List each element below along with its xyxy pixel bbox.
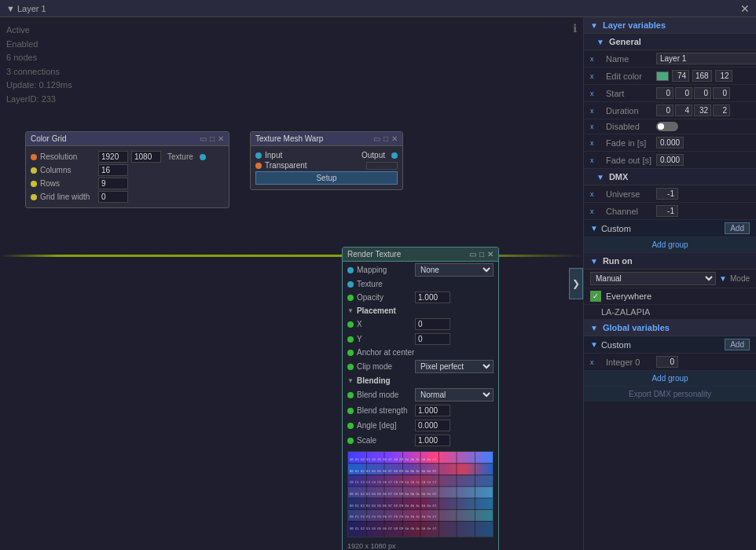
label-blending: Blending xyxy=(357,376,391,385)
render-min[interactable]: ▭ xyxy=(469,250,476,258)
svg-text:E0 E1 E2 E3 E4 E5 E6 E7 E8 E9 : E0 E1 E2 E3 E4 E5 E6 E7 E8 E9 Ea Eb Ec E… xyxy=(350,504,437,508)
input-scale[interactable] xyxy=(415,434,450,446)
mode-triangle: ▼ xyxy=(719,274,727,283)
val-fadein: 0.000 xyxy=(656,137,684,148)
triangle-runon: ▼ xyxy=(590,257,598,266)
dot-blendstrength xyxy=(347,408,354,414)
input-blendstrength[interactable] xyxy=(415,405,450,416)
select-blendmode[interactable]: Normal xyxy=(415,388,494,402)
rp-layer-vars-header: ▼ Layer variables xyxy=(584,17,756,34)
dot-rows xyxy=(31,181,37,187)
dur-v3: 32 xyxy=(694,104,711,116)
start-values: 0 0 0 0 xyxy=(656,87,730,99)
section-blending: ▼ Blending xyxy=(343,375,498,387)
triangle-general: ▼ xyxy=(596,38,604,46)
input-res-h[interactable] xyxy=(131,151,161,163)
svg-text:B0 B1 B2 B3 B4 B5 B6 B7 B8 B9 : B0 B1 B2 B3 B4 B5 B6 B7 B8 B9 Ba Bb Bc B… xyxy=(350,469,437,473)
setup-button[interactable]: Setup xyxy=(255,171,398,185)
rp-custom-row-global: ▼ Custom Add xyxy=(584,336,756,354)
svg-text:A0 A1 A2 A3 A4 A5 A6 A7 A8 A9 : A0 A1 A2 A3 A4 A5 A6 A7 A8 A9 Aa Ab Ac A… xyxy=(350,457,437,461)
input-angle[interactable] xyxy=(415,420,450,431)
triangle-global: ▼ xyxy=(590,324,598,332)
node-color-grid-header: Color Grid ▭ □ ✕ xyxy=(26,132,229,146)
status-layerid: LayerID: 233 xyxy=(6,93,72,107)
add-group-global-btn[interactable]: Add group xyxy=(584,371,756,387)
node-row-columns: Columns xyxy=(31,164,224,176)
input-opacity[interactable] xyxy=(415,292,450,303)
global-vars-title: Global variables xyxy=(603,323,670,332)
rp-device-row: LA-ZALAPIA xyxy=(584,305,756,320)
dur-v4: 2 xyxy=(713,104,730,116)
info-button[interactable]: ℹ xyxy=(573,22,577,35)
input-rows[interactable] xyxy=(98,178,128,189)
select-clipmode[interactable]: Pixel perfect xyxy=(415,360,494,373)
node-tmw-close[interactable]: ✕ xyxy=(391,134,398,143)
render-row-mapping: Mapping None xyxy=(343,262,498,278)
node-tmw-min[interactable]: ▭ xyxy=(373,134,380,143)
rp-everywhere-row[interactable]: ✓ Everywhere xyxy=(584,288,756,305)
x-icon-fadeout: x xyxy=(590,156,603,164)
dur-v2: 4 xyxy=(675,104,692,116)
check-everywhere[interactable]: ✓ xyxy=(590,291,601,302)
render-row-clipmode: Clip mode Pixel perfect xyxy=(343,358,498,375)
val-fadeout: 0.000 xyxy=(656,154,684,166)
rp-universe-row: x Universe -1 xyxy=(584,185,756,203)
label-custom-global: Custom xyxy=(601,340,721,350)
x-icon-disabled: x xyxy=(590,123,603,130)
dmx-title: DMX xyxy=(609,172,628,182)
x-icon-channel: x xyxy=(590,207,603,215)
node-max-icon[interactable]: □ xyxy=(210,134,215,143)
status-nodes: 6 nodes xyxy=(6,51,72,65)
add-custom-global-btn[interactable]: Add xyxy=(725,339,750,350)
label-output: Output xyxy=(361,151,385,160)
input-res-w[interactable] xyxy=(98,151,128,163)
label-integer: Integer 0 xyxy=(606,358,653,367)
node-tmw-body: Input Output Transparent Setup xyxy=(251,146,402,189)
status-connections: 3 connections xyxy=(6,65,72,79)
rp-disabled-row: x Disabled xyxy=(584,119,756,134)
node-min-icon[interactable]: ▭ xyxy=(200,134,207,143)
input-name[interactable] xyxy=(656,53,756,64)
render-max[interactable]: □ xyxy=(479,250,484,258)
rp-channel-row: x Channel -1 xyxy=(584,203,756,220)
label-columns: Columns xyxy=(40,166,95,174)
close-icon[interactable]: ✕ xyxy=(740,2,750,15)
label-mode: Mode xyxy=(730,274,750,283)
node-close-icon[interactable]: ✕ xyxy=(218,134,224,143)
transparent-swatch xyxy=(366,162,398,170)
render-row-scale: Scale xyxy=(343,433,498,448)
render-title: Render Texture xyxy=(347,250,401,258)
val-r: 74 xyxy=(672,70,689,82)
input-x[interactable] xyxy=(415,318,450,330)
render-row-texture: Texture xyxy=(343,278,498,290)
add-custom-btn[interactable]: Add xyxy=(725,222,750,234)
disabled-toggle[interactable] xyxy=(656,122,678,131)
add-group-btn[interactable]: Add group xyxy=(584,237,756,253)
select-mapping[interactable]: None xyxy=(415,263,494,277)
select-manual[interactable]: Manual xyxy=(590,272,716,285)
val-universe: -1 xyxy=(656,188,678,200)
input-gridline[interactable] xyxy=(98,191,128,203)
label-gridline: Grid line width xyxy=(40,192,95,201)
label-input: Input xyxy=(265,151,358,160)
label-fadeout: Fade out [s] xyxy=(606,156,653,165)
title-bar-left: ▼ Layer 1 xyxy=(6,4,46,13)
label-y: Y xyxy=(357,335,412,343)
rp-fadein-row: x Fade in [s] 0.000 xyxy=(584,134,756,152)
dot-resolution xyxy=(31,154,37,160)
input-y[interactable] xyxy=(415,333,450,345)
svg-text:F0 F1 F2 F3 F4 F5 F6 F7 F8 F9 : F0 F1 F2 F3 F4 F5 F6 F7 F8 F9 Fa Fb Fc F… xyxy=(350,515,437,519)
arrow-button[interactable]: ❯ xyxy=(569,268,583,299)
label-texture-r: Texture xyxy=(357,280,412,288)
label-resolution: Resolution xyxy=(40,152,95,161)
label-disabled: Disabled xyxy=(606,122,653,131)
export-dmx-btn[interactable]: Export DMX personality xyxy=(584,387,756,402)
dot-blendmode xyxy=(347,392,354,398)
render-close[interactable]: ✕ xyxy=(487,250,494,258)
input-columns[interactable] xyxy=(98,164,128,176)
node-tmw-max[interactable]: □ xyxy=(384,134,388,143)
color-swatch[interactable] xyxy=(656,72,669,81)
right-panel: ▼ Layer variables ▼ General x Name x Edi… xyxy=(583,17,756,550)
rp-runon-header: ▼ Run on xyxy=(584,253,756,270)
dot-angle xyxy=(347,423,354,429)
